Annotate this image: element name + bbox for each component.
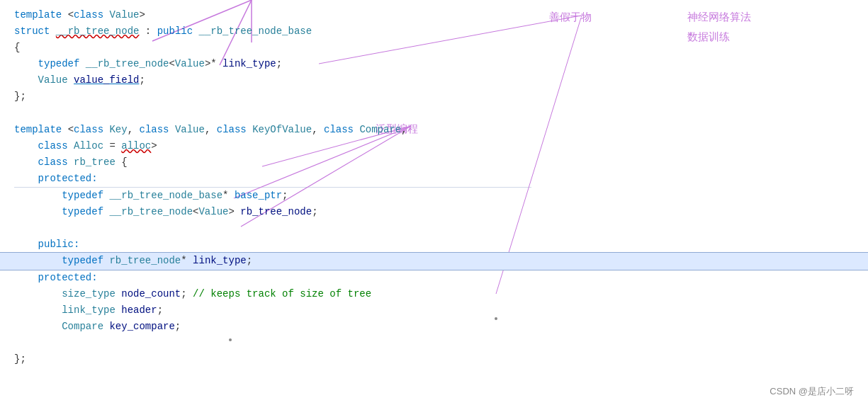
main-container: 善假于物 神经网络算法 数据训练 泛型编程 template <class Va… (0, 0, 868, 405)
code-line-10: class rb_tree { (0, 154, 868, 171)
code-line-13: typedef __rb_tree_node<Value> rb_tree_no… (0, 204, 868, 220)
code-line-5: Value value_field; (0, 72, 868, 89)
code-line-6: }; (0, 89, 868, 105)
code-line-7 (0, 105, 868, 122)
code-line-1: template <class Value> (0, 7, 868, 23)
code-line-11: protected: (0, 171, 868, 187)
watermark: CSDN @是店小二呀 (770, 384, 854, 399)
code-line-19: link_type header; (0, 302, 868, 319)
code-line-17: protected: (0, 270, 868, 286)
code-line-12: typedef __rb_tree_node_base* base_ptr; (0, 188, 868, 204)
code-line-15: public: (0, 236, 868, 253)
code-line-2: struct __rb_tree_node : public __rb_tree… (0, 23, 868, 40)
code-line-20: Compare key_compare; (0, 319, 868, 335)
code-line-16: typedef rb_tree_node* link_type; (0, 253, 868, 269)
code-line-14 (0, 220, 868, 236)
code-line-8: template <class Key, class Value, class … (0, 122, 868, 138)
code-line-22: }; (0, 351, 868, 367)
code-line-3: { (0, 40, 868, 56)
code-line-21 (0, 335, 868, 351)
code-block: template <class Value>struct __rb_tree_n… (0, 7, 868, 367)
code-line-18: size_type node_count; // keeps track of … (0, 286, 868, 302)
code-line-4: typedef __rb_tree_node<Value>* link_type… (0, 56, 868, 72)
code-line-9: class Alloc = alloc> (0, 138, 868, 154)
